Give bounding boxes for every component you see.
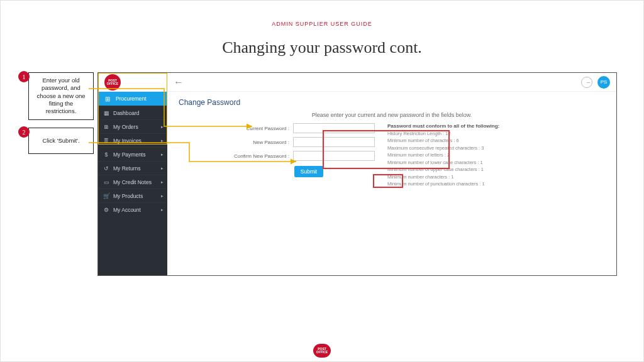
- callout-2-number: 2: [18, 126, 30, 138]
- rule-item: Minimum number of characters : 6: [387, 138, 597, 143]
- submit-button[interactable]: Submit: [294, 166, 323, 177]
- rule-item: Maximum consecutive repeated characters …: [387, 145, 597, 151]
- password-rules: Password must conform to all of the foll…: [387, 123, 597, 189]
- sidebar-item-dashboard[interactable]: ▦ Dashboard: [98, 106, 167, 119]
- chevron-right-icon: ▸: [161, 207, 164, 212]
- sidebar-item-label: My Invoices: [113, 138, 142, 144]
- credit-notes-icon: ▭: [103, 179, 109, 185]
- main-panel: Change Password Please enter your curren…: [167, 92, 616, 275]
- payments-icon: $: [103, 151, 109, 158]
- footer-logo: POST OFFICE: [313, 344, 331, 358]
- grid-icon: ⊞: [103, 94, 112, 103]
- new-password-input[interactable]: [293, 137, 375, 147]
- confirm-password-label: Confirm New Password :: [234, 153, 289, 159]
- rule-item: Minimum number of lower case characters …: [387, 160, 597, 165]
- sidebar-item-label: Dashboard: [113, 110, 140, 116]
- sidebar-item-invoices[interactable]: ≣ My Invoices ▸: [98, 133, 167, 147]
- clock-icon[interactable]: [581, 77, 592, 88]
- dashboard-icon: ▦: [103, 110, 109, 116]
- orders-icon: 🗎: [103, 124, 109, 130]
- sidebar-item-credit-notes[interactable]: ▭ My Credit Notes ▸: [98, 175, 167, 189]
- rules-title: Password must conform to all of the foll…: [387, 123, 597, 129]
- chevron-right-icon: ▸: [161, 166, 164, 171]
- rule-item: Minimum number of letters : 2: [387, 152, 597, 158]
- sidebar-item-label: My Credit Notes: [113, 179, 152, 185]
- back-arrow-icon[interactable]: ←: [174, 77, 184, 88]
- callout-1: 1 Enter your old password, and choose a …: [13, 72, 94, 120]
- returns-icon: ↺: [103, 165, 109, 172]
- doc-header: ADMIN SUPPLIER USER GUIDE: [1, 1, 643, 27]
- sidebar-active-label: Procurement: [116, 96, 147, 102]
- callout-2: 2 Click 'Submit'.: [13, 128, 94, 154]
- brand-logo: POST OFFICE: [104, 74, 121, 90]
- rule-item: Minimum number characters : 1: [387, 174, 597, 180]
- confirm-password-input[interactable]: [293, 151, 375, 161]
- sidebar-item-products[interactable]: 🛒 My Products ▸: [98, 189, 167, 202]
- callout-1-text: Enter your old password, and choose a ne…: [28, 72, 94, 120]
- rule-item: Minimum number of punctuation characters…: [387, 181, 597, 187]
- gear-icon: ⚙: [103, 207, 109, 213]
- sidebar-item-label: My Account: [113, 207, 141, 213]
- sidebar: ⊞ Procurement ▦ Dashboard 🗎 My Orders ▸ …: [98, 92, 167, 275]
- chevron-right-icon: ▸: [161, 138, 164, 143]
- sidebar-item-label: My Returns: [113, 165, 140, 172]
- panel-title: Change Password: [167, 92, 616, 109]
- current-password-label: Current Password :: [247, 126, 289, 131]
- chevron-right-icon: ▸: [161, 194, 164, 199]
- current-password-input[interactable]: [293, 123, 375, 133]
- rule-item: Minimum number of upper case characters …: [387, 167, 597, 172]
- sidebar-item-payments[interactable]: $ My Payments ▸: [98, 147, 167, 161]
- chevron-right-icon: ▸: [161, 152, 164, 157]
- new-password-label: New Password :: [253, 140, 289, 145]
- app-topbar: POST OFFICE ← PS: [98, 73, 616, 92]
- app-screenshot: POST OFFICE ← PS ⊞ Procurement ▦ Dashboa…: [97, 72, 617, 276]
- chevron-right-icon: ▸: [161, 124, 164, 129]
- chevron-right-icon: ▸: [161, 180, 164, 185]
- callout-1-number: 1: [18, 71, 30, 82]
- sidebar-item-orders[interactable]: 🗎 My Orders ▸: [98, 119, 167, 133]
- callout-2-text: Click 'Submit'.: [28, 128, 94, 154]
- password-form: Current Password : New Password : Confir…: [186, 123, 375, 189]
- sidebar-item-label: My Products: [113, 193, 143, 199]
- rule-item: History Restriction Length : 12: [387, 131, 597, 136]
- sidebar-item-account[interactable]: ⚙ My Account ▸: [98, 202, 167, 216]
- user-avatar[interactable]: PS: [597, 76, 610, 89]
- sidebar-item-returns[interactable]: ↺ My Returns ▸: [98, 161, 167, 175]
- sidebar-active-procurement[interactable]: ⊞ Procurement: [98, 92, 167, 106]
- sidebar-item-label: My Payments: [113, 151, 146, 158]
- page-title: Changing your password cont.: [1, 27, 643, 62]
- products-icon: 🛒: [103, 193, 109, 199]
- panel-prompt: Please enter your current and new passwo…: [167, 109, 616, 123]
- invoices-icon: ≣: [103, 138, 109, 144]
- sidebar-item-label: My Orders: [113, 124, 138, 130]
